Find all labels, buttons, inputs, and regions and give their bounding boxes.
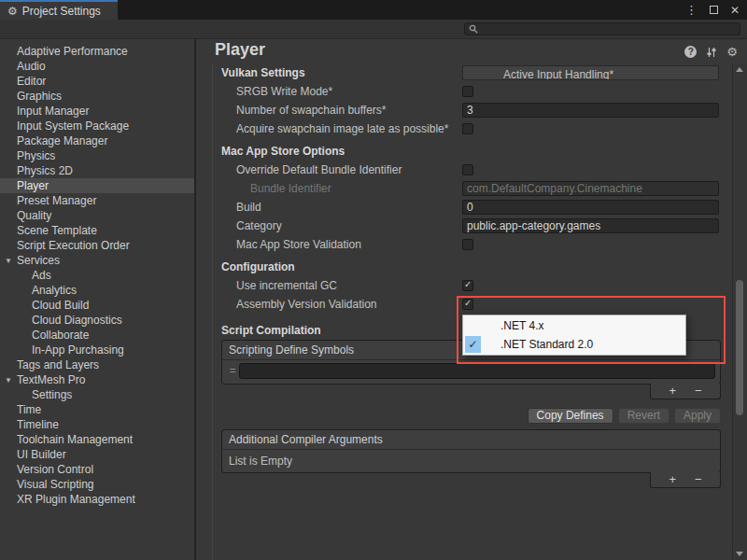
sidebar-item[interactable]: ▼ Quality xyxy=(0,208,194,223)
sidebar-item[interactable]: ▼ Ads xyxy=(0,268,194,283)
sidebar-item-label: Graphics xyxy=(17,90,62,103)
sidebar-item[interactable]: ▼ Services xyxy=(0,253,194,268)
scroll-down-icon[interactable] xyxy=(736,552,743,556)
foldout-arrow-icon[interactable]: ▼ xyxy=(5,373,12,388)
sidebar-item[interactable]: ▼ Preset Manager xyxy=(0,193,194,208)
tab-project-settings[interactable]: ⚙ Project Settings xyxy=(0,0,118,20)
panel-header: Player ? ⚙ xyxy=(196,39,747,63)
sidebar-item[interactable]: ▼ Editor xyxy=(0,74,194,89)
sidebar-item[interactable]: ▼ Physics 2D xyxy=(0,163,194,178)
tab-title: Project Settings xyxy=(22,5,101,18)
sidebar-item[interactable]: ▼ Analytics xyxy=(0,283,194,298)
settings-row: Override Default Bundle Identifier xyxy=(196,161,732,179)
sidebar-item[interactable]: ▼ Tags and Layers xyxy=(0,357,194,372)
search-input[interactable] xyxy=(481,23,736,35)
sidebar-item[interactable]: ▼ Cloud Build xyxy=(0,298,194,313)
sidebar-item[interactable]: ▼ Toolchain Management xyxy=(0,432,194,447)
window-menu-icon[interactable]: ⋮ xyxy=(685,3,698,17)
section-header-row: Configuration xyxy=(196,258,732,276)
sidebar-item[interactable]: ▼ In-App Purchasing xyxy=(0,343,194,357)
checkbox[interactable] xyxy=(462,86,473,97)
sidebar-item-label: Script Execution Order xyxy=(17,239,130,252)
settings-row: Active Input Handling*Input System Packa… xyxy=(462,65,719,80)
checkbox[interactable] xyxy=(462,280,473,291)
sidebar-item[interactable]: ▼ Player xyxy=(0,178,194,193)
checkbox[interactable] xyxy=(462,299,473,310)
drag-handle-icon[interactable]: = xyxy=(230,365,235,376)
sidebar-item[interactable]: ▼ Visual Scripting xyxy=(0,477,194,492)
sidebar-item[interactable]: ▼ Version Control xyxy=(0,462,194,477)
text-field[interactable]: 3 xyxy=(462,103,719,118)
search-box[interactable] xyxy=(464,22,740,35)
maximize-icon[interactable] xyxy=(710,6,718,14)
vertical-scrollbar[interactable] xyxy=(732,63,747,560)
sidebar-item[interactable]: ▼ Scene Template xyxy=(0,223,194,238)
help-icon[interactable]: ? xyxy=(684,46,697,58)
scrollbar-thumb[interactable] xyxy=(736,280,743,415)
list-footer-buttons: + − xyxy=(650,472,721,488)
sidebar-item[interactable]: ▼ UI Builder xyxy=(0,447,194,462)
sidebar-item[interactable]: ▼ TextMesh Pro xyxy=(0,372,194,387)
menu-item-label: .NET 4.x xyxy=(500,319,543,332)
settings-row: Assembly Version Validation xyxy=(196,295,732,314)
remove-item-button[interactable]: − xyxy=(695,475,702,484)
sidebar-item[interactable]: ▼ Physics xyxy=(0,148,194,163)
row-label: SRGB Write Mode* xyxy=(236,85,332,98)
remove-item-button[interactable]: − xyxy=(695,386,702,396)
sidebar-item-label: Version Control xyxy=(17,463,93,476)
sidebar-item[interactable]: ▼ Input System Package xyxy=(0,119,194,133)
sidebar-item-label: Toolchain Management xyxy=(17,433,133,446)
sidebar-item-label: Services xyxy=(17,254,60,267)
sidebar-item[interactable]: ▼ Time xyxy=(0,402,194,417)
revert-button[interactable]: Revert xyxy=(618,408,669,424)
sidebar-item-label: Physics 2D xyxy=(17,164,73,177)
sidebar-item-label: XR Plugin Management xyxy=(17,493,135,506)
menu-item-net-standard-20[interactable]: ✓ .NET Standard 2.0 xyxy=(463,335,685,354)
box-title: Additional Compiler Arguments xyxy=(222,430,720,450)
checkbox[interactable] xyxy=(462,123,473,134)
row-label: Number of swapchain buffers* xyxy=(236,104,387,117)
sidebar-item[interactable]: ▼ Script Execution Order xyxy=(0,238,194,253)
sidebar-item[interactable]: ▼ Timeline xyxy=(0,417,194,432)
row-label: Configuration xyxy=(221,260,295,273)
api-compatibility-dropdown-menu: .NET 4.x ✓ .NET Standard 2.0 xyxy=(462,315,686,356)
checkbox[interactable] xyxy=(462,239,473,250)
sidebar-item[interactable]: ▼ Settings xyxy=(0,387,194,402)
row-label: Category xyxy=(236,219,282,232)
sidebar-item[interactable]: ▼ Graphics xyxy=(0,89,194,104)
sidebar-item-label: Editor xyxy=(17,75,46,88)
sidebar-item[interactable]: ▼ Package Manager xyxy=(0,133,194,148)
define-symbol-input[interactable] xyxy=(240,366,714,377)
sidebar-item-label: Physics xyxy=(17,149,55,162)
row-label: Bundle Identifier xyxy=(250,182,331,195)
row-label: Vulkan Settings xyxy=(221,66,305,79)
text-field[interactable]: com.DefaultCompany.Cinemachine xyxy=(462,181,719,196)
close-icon[interactable]: ✕ xyxy=(730,4,740,17)
add-item-button[interactable]: + xyxy=(669,475,676,484)
presets-icon[interactable] xyxy=(706,47,717,58)
sidebar-item[interactable]: ▼ Cloud Diagnostics xyxy=(0,313,194,328)
gear-icon[interactable]: ⚙ xyxy=(726,46,738,58)
sidebar-item[interactable]: ▼ Audio xyxy=(0,59,194,74)
search-icon xyxy=(469,24,478,34)
sidebar-item[interactable]: ▼ Adaptive Performance xyxy=(0,44,194,59)
sidebar-item[interactable]: ▼ Collaborate xyxy=(0,328,194,343)
menu-item-net-4x[interactable]: .NET 4.x xyxy=(463,316,685,335)
check-icon: ✓ xyxy=(465,336,481,353)
checkbox[interactable] xyxy=(462,164,473,175)
add-item-button[interactable]: + xyxy=(669,386,676,396)
list-footer-buttons: + − xyxy=(650,384,721,399)
settings-row: Build0 xyxy=(196,198,732,217)
text-field[interactable]: 0 xyxy=(462,200,719,215)
sidebar-item[interactable]: ▼ Input Manager xyxy=(0,104,194,119)
foldout-arrow-icon[interactable]: ▼ xyxy=(5,254,12,269)
sidebar-item-label: Cloud Diagnostics xyxy=(32,314,122,327)
apply-button[interactable]: Apply xyxy=(674,408,721,424)
sidebar-item-label: Settings xyxy=(32,388,72,401)
copy-defines-button[interactable]: Copy Defines xyxy=(528,408,613,424)
define-symbol-field[interactable] xyxy=(239,363,715,379)
text-field[interactable]: public.app-category.games xyxy=(462,218,719,233)
project-settings-window: ⚙ Project Settings ⋮ ✕ ▼ Adaptive Perfor… xyxy=(0,0,747,560)
scroll-up-icon[interactable] xyxy=(736,67,743,72)
sidebar-item[interactable]: ▼ XR Plugin Management xyxy=(0,492,194,507)
